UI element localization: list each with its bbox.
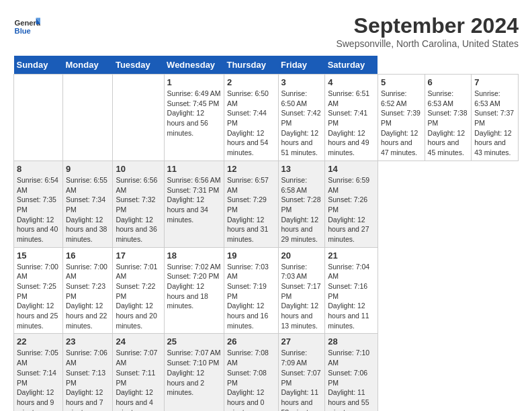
- day-info: Sunrise: 7:00 AMSunset: 7:23 PMDaylight:…: [66, 262, 109, 331]
- day-number: 4: [328, 77, 375, 87]
- day-info: Sunrise: 7:10 AMSunset: 7:06 PMDaylight:…: [328, 348, 375, 411]
- table-row: 25Sunrise: 7:07 AMSunset: 7:10 PMDayligh…: [164, 334, 224, 411]
- day-number: 26: [227, 336, 275, 347]
- table-row: 9Sunrise: 6:55 AMSunset: 7:34 PMDaylight…: [63, 161, 113, 247]
- day-info: Sunrise: 6:51 AMSunset: 7:41 PMDaylight:…: [328, 89, 375, 158]
- day-number: 19: [227, 250, 275, 261]
- table-row: [113, 75, 164, 161]
- table-row: 10Sunrise: 6:56 AMSunset: 7:32 PMDayligh…: [113, 161, 164, 247]
- table-row: 4Sunrise: 6:51 AMSunset: 7:41 PMDaylight…: [325, 75, 378, 161]
- day-info: Sunrise: 7:04 AMSunset: 7:16 PMDaylight:…: [328, 262, 375, 331]
- col-sunday: Sunday: [14, 56, 63, 75]
- table-row: 18Sunrise: 7:02 AMSunset: 7:20 PMDayligh…: [164, 247, 224, 334]
- location: Swepsonville, North Carolina, United Sta…: [336, 38, 519, 49]
- day-number: 25: [167, 336, 221, 347]
- day-number: 28: [328, 336, 375, 347]
- day-number: 3: [281, 77, 322, 87]
- calendar-week-2: 8Sunrise: 6:54 AMSunset: 7:35 PMDaylight…: [14, 161, 519, 247]
- day-info: Sunrise: 6:54 AMSunset: 7:35 PMDaylight:…: [17, 175, 60, 244]
- day-number: 5: [381, 77, 422, 87]
- day-info: Sunrise: 7:03 AMSunset: 7:19 PMDaylight:…: [227, 262, 275, 331]
- day-number: 21: [328, 250, 375, 261]
- table-row: 24Sunrise: 7:07 AMSunset: 7:11 PMDayligh…: [113, 334, 164, 411]
- table-row: 17Sunrise: 7:01 AMSunset: 7:22 PMDayligh…: [113, 247, 164, 334]
- day-info: Sunrise: 6:57 AMSunset: 7:29 PMDaylight:…: [227, 175, 275, 244]
- table-row: 8Sunrise: 6:54 AMSunset: 7:35 PMDaylight…: [14, 161, 63, 247]
- col-wednesday: Wednesday: [164, 56, 224, 75]
- table-row: 3Sunrise: 6:50 AMSunset: 7:42 PMDaylight…: [278, 75, 325, 161]
- table-row: 27Sunrise: 7:09 AMSunset: 7:07 PMDayligh…: [278, 334, 325, 411]
- logo-icon: General Blue: [13, 13, 40, 40]
- table-row: 21Sunrise: 7:04 AMSunset: 7:16 PMDayligh…: [325, 247, 378, 334]
- day-number: 6: [428, 77, 469, 87]
- page-header: General Blue September 2024 Swepsonville…: [13, 13, 519, 49]
- day-number: 16: [66, 250, 109, 261]
- table-row: 23Sunrise: 7:06 AMSunset: 7:13 PMDayligh…: [63, 334, 113, 411]
- day-number: 22: [17, 336, 60, 347]
- day-info: Sunrise: 6:55 AMSunset: 7:34 PMDaylight:…: [66, 175, 109, 244]
- day-info: Sunrise: 6:50 AMSunset: 7:44 PMDaylight:…: [227, 89, 275, 158]
- table-row: 15Sunrise: 7:00 AMSunset: 7:25 PMDayligh…: [14, 247, 63, 334]
- day-info: Sunrise: 7:05 AMSunset: 7:14 PMDaylight:…: [17, 348, 60, 411]
- table-row: [14, 75, 63, 161]
- logo: General Blue: [13, 13, 40, 40]
- col-thursday: Thursday: [224, 56, 278, 75]
- table-row: 13Sunrise: 6:58 AMSunset: 7:28 PMDayligh…: [278, 161, 325, 247]
- day-number: 15: [17, 250, 60, 261]
- table-row: 14Sunrise: 6:59 AMSunset: 7:26 PMDayligh…: [325, 161, 378, 247]
- col-tuesday: Tuesday: [113, 56, 164, 75]
- table-row: 2Sunrise: 6:50 AMSunset: 7:44 PMDaylight…: [224, 75, 278, 161]
- day-number: 8: [17, 164, 60, 174]
- day-number: 24: [116, 336, 161, 347]
- day-info: Sunrise: 7:07 AMSunset: 7:10 PMDaylight:…: [167, 348, 221, 397]
- day-number: 20: [281, 250, 322, 261]
- day-info: Sunrise: 6:50 AMSunset: 7:42 PMDaylight:…: [281, 89, 322, 158]
- day-info: Sunrise: 6:52 AMSunset: 7:39 PMDaylight:…: [381, 89, 422, 158]
- day-info: Sunrise: 6:56 AMSunset: 7:31 PMDaylight:…: [167, 175, 221, 224]
- day-number: 7: [474, 77, 515, 87]
- col-monday: Monday: [63, 56, 113, 75]
- day-info: Sunrise: 7:02 AMSunset: 7:20 PMDaylight:…: [167, 262, 221, 311]
- table-row: 16Sunrise: 7:00 AMSunset: 7:23 PMDayligh…: [63, 247, 113, 334]
- day-info: Sunrise: 7:09 AMSunset: 7:07 PMDaylight:…: [281, 348, 322, 411]
- table-row: [63, 75, 113, 161]
- day-number: 1: [167, 77, 221, 87]
- table-row: 12Sunrise: 6:57 AMSunset: 7:29 PMDayligh…: [224, 161, 278, 247]
- table-row: 28Sunrise: 7:10 AMSunset: 7:06 PMDayligh…: [325, 334, 378, 411]
- calendar-week-4: 22Sunrise: 7:05 AMSunset: 7:14 PMDayligh…: [14, 334, 519, 411]
- table-row: 7Sunrise: 6:53 AMSunset: 7:37 PMDaylight…: [472, 75, 519, 161]
- day-number: 13: [281, 164, 322, 174]
- day-info: Sunrise: 6:59 AMSunset: 7:26 PMDaylight:…: [328, 175, 375, 244]
- table-row: 5Sunrise: 6:52 AMSunset: 7:39 PMDaylight…: [378, 75, 425, 161]
- day-info: Sunrise: 7:00 AMSunset: 7:25 PMDaylight:…: [17, 262, 60, 331]
- day-number: 23: [66, 336, 109, 347]
- svg-text:Blue: Blue: [15, 27, 31, 35]
- day-info: Sunrise: 6:56 AMSunset: 7:32 PMDaylight:…: [116, 175, 161, 244]
- calendar-table: Sunday Monday Tuesday Wednesday Thursday…: [13, 56, 519, 411]
- day-number: 14: [328, 164, 375, 174]
- day-number: 2: [227, 77, 275, 87]
- day-info: Sunrise: 7:07 AMSunset: 7:11 PMDaylight:…: [116, 348, 161, 411]
- day-info: Sunrise: 6:53 AMSunset: 7:38 PMDaylight:…: [428, 89, 469, 158]
- month-year: September 2024: [336, 13, 519, 38]
- day-info: Sunrise: 6:53 AMSunset: 7:37 PMDaylight:…: [474, 89, 515, 158]
- table-row: 1Sunrise: 6:49 AMSunset: 7:45 PMDaylight…: [164, 75, 224, 161]
- day-number: 18: [167, 250, 221, 261]
- table-row: 22Sunrise: 7:05 AMSunset: 7:14 PMDayligh…: [14, 334, 63, 411]
- day-info: Sunrise: 7:01 AMSunset: 7:22 PMDaylight:…: [116, 262, 161, 331]
- col-saturday: Saturday: [325, 56, 378, 75]
- day-info: Sunrise: 7:08 AMSunset: 7:08 PMDaylight:…: [227, 348, 275, 411]
- day-number: 17: [116, 250, 161, 261]
- calendar-header-row: Sunday Monday Tuesday Wednesday Thursday…: [14, 56, 519, 75]
- day-number: 12: [227, 164, 275, 174]
- table-row: 6Sunrise: 6:53 AMSunset: 7:38 PMDaylight…: [425, 75, 472, 161]
- table-row: 26Sunrise: 7:08 AMSunset: 7:08 PMDayligh…: [224, 334, 278, 411]
- col-friday: Friday: [278, 56, 325, 75]
- calendar-week-1: 1Sunrise: 6:49 AMSunset: 7:45 PMDaylight…: [14, 75, 519, 161]
- day-info: Sunrise: 6:49 AMSunset: 7:45 PMDaylight:…: [167, 89, 221, 138]
- day-number: 9: [66, 164, 109, 174]
- calendar-week-3: 15Sunrise: 7:00 AMSunset: 7:25 PMDayligh…: [14, 247, 519, 334]
- day-info: Sunrise: 7:06 AMSunset: 7:13 PMDaylight:…: [66, 348, 109, 411]
- table-row: 20Sunrise: 7:03 AMSunset: 7:17 PMDayligh…: [278, 247, 325, 334]
- day-number: 10: [116, 164, 161, 174]
